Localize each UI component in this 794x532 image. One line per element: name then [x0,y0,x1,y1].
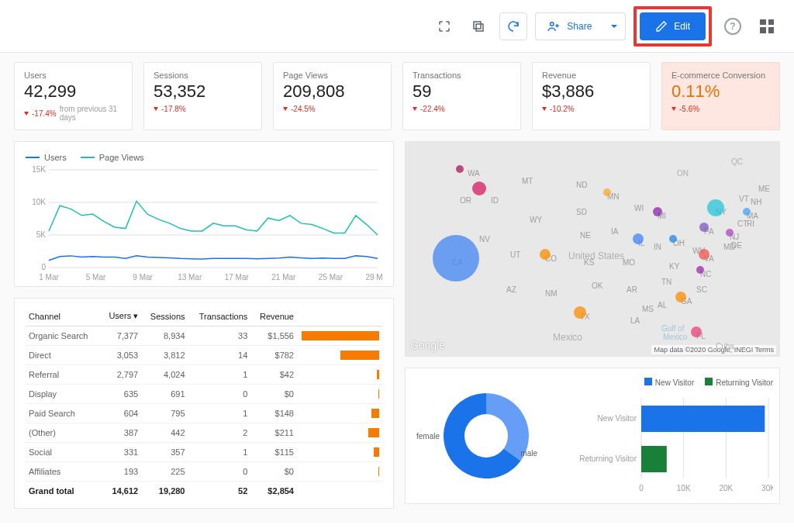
svg-text:21 Mar: 21 Mar [271,273,296,282]
line-chart-svg: 05K10K15K1 Mar5 Mar9 Mar13 Mar17 Mar21 M… [26,165,382,282]
channels-table-panel: ChannelUsers ▾SessionsTransactionsRevenu… [14,298,394,509]
svg-rect-31 [641,446,667,472]
map-bubble[interactable] [574,306,586,319]
apps-button[interactable] [754,13,780,40]
legend-returning-visitor[interactable]: Returning Visitor [705,378,773,387]
edit-button[interactable]: Edit [640,12,706,40]
users-pageviews-chart: Users Page Views 05K10K15K1 Mar5 Mar9 Ma… [14,141,394,287]
card-value: 53,352 [154,81,252,102]
svg-text:New Visitor: New Visitor [598,414,637,423]
table-row[interactable]: Display6356910 $0 [26,385,382,404]
table-row[interactable]: Organic Search7,3778,93433 $1,556 [26,326,382,346]
geo-map[interactable]: Google Map data ©2020 Google, INEGI Term… [405,141,780,357]
donut-label-male: male [520,449,537,458]
svg-text:25 Mar: 25 Mar [319,273,343,282]
summary-card[interactable]: Users 42,299 -17.4% from previous 31 day… [14,62,133,130]
map-bubble[interactable] [653,207,662,216]
map-bubble[interactable] [540,249,551,260]
card-change: -10.2% [542,105,640,113]
map-bubble[interactable] [633,233,644,244]
svg-text:5 Mar: 5 Mar [86,273,106,282]
card-label: Page Views [283,71,381,80]
table-row[interactable]: Social3313571 $115 [26,443,382,462]
table-row[interactable]: Direct3,0533,81214 $782 [26,346,382,365]
arrow-down-icon [413,107,417,111]
summary-card[interactable]: Revenue $3,886 -10.2% [532,62,651,130]
summary-card[interactable]: Sessions 53,352 -17.8% [143,62,262,130]
svg-rect-1 [474,22,481,29]
svg-rect-0 [476,24,483,31]
svg-text:20K: 20K [719,484,733,492]
share-dropdown-button[interactable] [602,12,626,40]
card-value: 42,299 [24,81,123,102]
legend-pageviews[interactable]: Page Views [81,153,144,162]
summary-cards-row: Users 42,299 -17.4% from previous 31 day… [14,62,780,130]
summary-card[interactable]: E-commerce Conversion 0.11% -5.6% [661,62,780,130]
arrow-down-icon [154,107,158,111]
table-row[interactable]: Paid Search6047951 $148 [26,404,382,423]
legend-users[interactable]: Users [26,153,67,162]
map-attribution: Map data ©2020 Google, INEGI Terms [651,345,776,354]
svg-point-2 [551,22,554,26]
summary-card[interactable]: Page Views 209,808 -24.5% [273,62,392,130]
channels-table: ChannelUsers ▾SessionsTransactionsRevenu… [26,306,382,500]
card-label: E-commerce Conversion [671,71,770,80]
card-change: -5.6% [671,105,770,113]
map-bubble[interactable] [472,181,486,195]
table-header[interactable]: Channel [26,306,101,326]
svg-text:10K: 10K [677,484,691,492]
map-brand: Google [410,339,445,351]
table-row[interactable]: Affiliates1932250 $0 [26,462,382,482]
card-value: 209,808 [283,81,381,102]
svg-rect-29 [641,406,765,432]
table-row[interactable]: (Other)3874422 $211 [26,423,382,443]
card-change: -24.5% [283,105,381,113]
fullscreen-icon[interactable] [431,13,457,40]
visitors-panel: female male New Visitor Returning Visito… [405,368,780,504]
copy-icon[interactable] [465,13,492,40]
svg-text:29 Mar: 29 Mar [365,273,382,282]
svg-text:5K: 5K [36,230,47,239]
help-button[interactable]: ? [720,13,746,40]
map-bubble[interactable] [675,292,686,302]
card-label: Users [24,71,123,80]
help-icon: ? [724,18,741,35]
donut-label-female: female [416,432,440,440]
table-header[interactable]: Transactions [188,306,251,326]
map-bubble[interactable] [691,326,702,337]
table-row[interactable]: Referral2,7974,0241 $42 [26,365,382,385]
card-label: Revenue [542,71,640,80]
map-bubble[interactable] [669,235,677,243]
svg-text:0: 0 [639,484,644,492]
arrow-down-icon [542,107,547,111]
chevron-down-icon [610,22,618,30]
map-bubble[interactable] [699,223,709,232]
legend-new-visitor[interactable]: New Visitor [644,378,694,387]
svg-text:10K: 10K [32,198,46,206]
svg-text:30K: 30K [761,484,773,492]
share-button[interactable]: Share [535,12,602,40]
map-bubble[interactable] [699,249,709,260]
map-bubble[interactable] [433,235,479,282]
line-chart-legend: Users Page Views [26,153,382,162]
card-label: Sessions [154,71,252,80]
table-header[interactable]: Revenue [250,306,297,326]
map-bubble[interactable] [707,199,724,216]
arrow-down-icon [24,112,29,116]
card-value: $3,886 [542,81,640,102]
table-header[interactable]: Users ▾ [101,306,141,326]
svg-text:0: 0 [41,263,46,271]
map-bubble[interactable] [743,208,751,216]
summary-card[interactable]: Transactions 59 -22.4% [402,62,521,130]
arrow-down-icon [671,107,676,111]
map-bubble[interactable] [696,266,704,274]
map-bubble[interactable] [603,188,611,196]
refresh-button[interactable] [499,12,527,40]
map-bubble[interactable] [456,165,464,173]
edit-label: Edit [674,21,690,32]
svg-point-19 [464,414,508,458]
svg-text:17 Mar: 17 Mar [225,273,250,282]
table-header[interactable]: Sessions [141,306,188,326]
map-bubble[interactable] [726,229,734,237]
svg-text:13 Mar: 13 Mar [178,273,202,282]
